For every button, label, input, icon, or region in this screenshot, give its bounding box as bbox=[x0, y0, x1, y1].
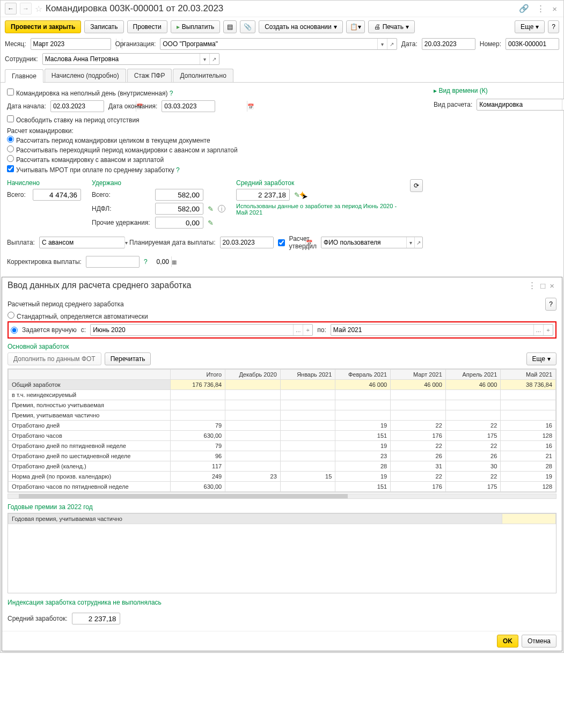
info-icon[interactable]: i bbox=[218, 205, 225, 212]
table-row[interactable]: Отработано дней (календ.)11728313028 bbox=[9, 461, 556, 472]
ellipsis-icon[interactable]: … bbox=[533, 325, 543, 335]
table-row[interactable]: Общий заработок176 736,8446 00046 00046 … bbox=[9, 380, 556, 390]
more-button[interactable]: Еще ▾ bbox=[515, 20, 545, 33]
table-row[interactable]: Отработано дней7919222216 bbox=[9, 421, 556, 431]
calc-kind-input[interactable]: ▾↗ bbox=[477, 99, 564, 111]
calc-radio-3[interactable] bbox=[7, 155, 14, 162]
pay-button[interactable]: ▸Выплатить bbox=[171, 20, 221, 33]
calc-icon[interactable]: ▦ bbox=[171, 256, 177, 267]
employee-input[interactable]: ▾ ↗ bbox=[42, 53, 219, 65]
table-row[interactable]: Отработано часов по пятидневной неделе63… bbox=[9, 482, 556, 492]
maximize-icon[interactable]: □ bbox=[538, 281, 547, 290]
spin-icon[interactable]: ÷ bbox=[303, 325, 312, 335]
org-input[interactable]: ▾ ↗ bbox=[160, 38, 397, 50]
kebab-icon[interactable]: ⋮ bbox=[526, 281, 538, 290]
recalc-button[interactable]: Перечитать bbox=[105, 352, 151, 365]
correction-input[interactable]: ▦ bbox=[86, 256, 140, 268]
cancel-button[interactable]: Отмена bbox=[522, 635, 556, 648]
kebab-icon[interactable]: ⋮ bbox=[534, 4, 547, 13]
table-row[interactable]: Премия, учитываемая частично bbox=[9, 410, 556, 421]
favorite-icon[interactable]: ☆ bbox=[35, 4, 42, 14]
ellipsis-icon[interactable]: … bbox=[293, 325, 303, 335]
calendar-icon[interactable]: 📅 bbox=[247, 101, 254, 112]
modal-help-button[interactable]: ? bbox=[545, 298, 556, 311]
table-row[interactable]: Отработано часов630,00151176175128 bbox=[9, 431, 556, 441]
report-icon-button[interactable]: 📋▾ bbox=[346, 20, 365, 33]
avg-input[interactable] bbox=[236, 189, 290, 201]
dropdown-icon[interactable]: ▾ bbox=[406, 237, 414, 248]
help-link[interactable]: ? bbox=[144, 258, 148, 266]
start-date-input[interactable]: 📅 bbox=[50, 100, 104, 112]
pencil-icon[interactable]: ✎ bbox=[208, 205, 214, 213]
other-input[interactable] bbox=[155, 217, 203, 229]
close-icon[interactable]: × bbox=[547, 281, 556, 290]
back-button[interactable]: ← bbox=[5, 3, 17, 14]
table-row[interactable]: Отработано дней по пятидневной неделе791… bbox=[9, 441, 556, 451]
help-button[interactable]: ? bbox=[548, 20, 559, 33]
dropdown-icon[interactable]: ▾ bbox=[124, 237, 128, 248]
modal-avg-input[interactable] bbox=[72, 613, 120, 624]
forward-button[interactable]: → bbox=[20, 3, 32, 14]
dropdown-icon[interactable]: ▾ bbox=[562, 99, 564, 110]
dropdown-icon[interactable]: ▾ bbox=[377, 39, 387, 49]
help-link[interactable]: ? bbox=[170, 90, 173, 97]
open-icon[interactable]: ↗ bbox=[209, 54, 219, 64]
dropdown-icon[interactable]: ▾ bbox=[200, 54, 209, 64]
calc-radio-1[interactable] bbox=[7, 136, 14, 143]
document-icon-button[interactable]: ▤ bbox=[223, 20, 237, 33]
period-to-input[interactable]: …÷ bbox=[331, 324, 553, 336]
planned-date-input[interactable]: 📅 bbox=[220, 237, 274, 248]
tab-pfr[interactable]: Стаж ПФР bbox=[127, 69, 172, 82]
approved-checkbox[interactable] bbox=[278, 239, 285, 246]
payment-select[interactable]: ▾ bbox=[39, 237, 125, 248]
main-content: Командировка на неполный день (внутрисме… bbox=[1, 83, 563, 274]
ok-button[interactable]: OK bbox=[497, 635, 518, 648]
table-row[interactable]: Премия, полностью учитываемая bbox=[9, 400, 556, 410]
time-kind-section[interactable]: ▸ Вид времени (К) bbox=[434, 87, 564, 94]
partial-day-checkbox[interactable] bbox=[7, 89, 14, 95]
link-icon[interactable]: 🔗 bbox=[517, 4, 531, 13]
mrot-checkbox[interactable] bbox=[7, 165, 14, 172]
pencil-icon[interactable]: ✎ bbox=[208, 219, 214, 227]
help-link[interactable]: ? bbox=[176, 166, 180, 174]
accrued-total-input[interactable] bbox=[33, 189, 81, 201]
create-based-button[interactable]: Создать на основании ▾ bbox=[259, 20, 343, 33]
number-input[interactable] bbox=[506, 38, 559, 50]
annual-table[interactable]: Годовая премия, учитываемая частично bbox=[8, 513, 556, 593]
table-row[interactable]: Норма дней (по произв. календарю)2492315… bbox=[9, 472, 556, 482]
open-icon[interactable]: ↗ bbox=[387, 39, 397, 49]
attach-icon-button[interactable]: 📎 bbox=[240, 20, 255, 33]
free-rate-checkbox[interactable] bbox=[7, 115, 14, 122]
print-button[interactable]: 🖨 Печать ▾ bbox=[368, 20, 415, 33]
period-std-radio[interactable] bbox=[8, 312, 14, 319]
window-title: Командировка 003К-000001 от 20.03.2023 bbox=[46, 3, 514, 14]
tab-additional[interactable]: Дополнительно bbox=[173, 69, 233, 82]
pencil-icon[interactable]: ✎ ✦ ➤ bbox=[294, 191, 300, 199]
refresh-button[interactable]: ⟳ bbox=[410, 179, 423, 192]
earnings-table[interactable]: ИтогоДекабрь 2020Январь 2021Февраль 2021… bbox=[8, 369, 556, 492]
post-and-close-button[interactable]: Провести и закрыть bbox=[5, 20, 81, 33]
modal-more-button[interactable]: Еще ▾ bbox=[526, 352, 556, 365]
withheld-total-input[interactable] bbox=[155, 189, 203, 201]
open-icon[interactable]: ↗ bbox=[414, 237, 422, 248]
ndfl-input[interactable] bbox=[155, 203, 203, 215]
period-from-input[interactable]: …÷ bbox=[90, 324, 313, 336]
save-button[interactable]: Записать bbox=[84, 20, 123, 33]
fill-fot-button[interactable]: Дополнить по данным ФОТ bbox=[8, 352, 101, 365]
tab-accrued[interactable]: Начислено (подробно) bbox=[45, 69, 126, 82]
period-manual-radio[interactable] bbox=[11, 327, 18, 334]
tab-main[interactable]: Главное bbox=[5, 69, 43, 83]
org-label: Организация: bbox=[115, 40, 156, 48]
date-input[interactable]: 📅 bbox=[422, 38, 475, 50]
close-icon[interactable]: × bbox=[550, 4, 559, 13]
month-input[interactable]: … ÷ bbox=[31, 38, 111, 50]
table-row[interactable]: в т.ч. неиндексируемый bbox=[9, 390, 556, 400]
post-button[interactable]: Провести bbox=[127, 20, 167, 33]
approved-by-input[interactable]: ▾↗ bbox=[321, 237, 423, 248]
end-date-input[interactable]: 📅 bbox=[162, 100, 215, 112]
period-title: Расчетный период среднего заработка bbox=[8, 300, 545, 308]
table-row[interactable]: Отработано дней по шестидневной неделе96… bbox=[9, 451, 556, 461]
horizontal-scrollbar[interactable] bbox=[8, 494, 556, 499]
spin-icon[interactable]: ÷ bbox=[543, 325, 553, 335]
calc-radio-2[interactable] bbox=[7, 145, 14, 152]
